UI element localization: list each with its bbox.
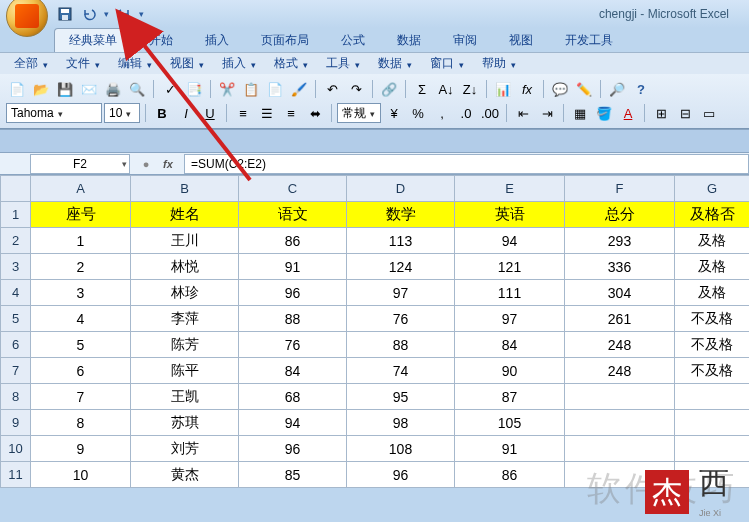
align-center-icon[interactable]: ☰ [256, 102, 278, 124]
ribbon-tab[interactable]: 页面布局 [246, 28, 324, 52]
cell[interactable]: 6 [31, 358, 131, 384]
format-painter-icon[interactable]: 🖌️ [288, 78, 310, 100]
cell[interactable]: 87 [455, 384, 565, 410]
sort-desc-icon[interactable]: Z↓ [459, 78, 481, 100]
font-color-icon[interactable]: A [617, 102, 639, 124]
cell[interactable]: 86 [239, 228, 347, 254]
cancel-formula-icon[interactable]: ● [138, 156, 154, 172]
cell[interactable]: 96 [239, 280, 347, 306]
cell[interactable]: 108 [347, 436, 455, 462]
classic-menu-item[interactable]: 格式 [266, 53, 316, 74]
decrease-decimal-icon[interactable]: .00 [479, 102, 501, 124]
cell[interactable]: 113 [347, 228, 455, 254]
cell[interactable] [675, 436, 750, 462]
row-header[interactable]: 7 [1, 358, 31, 384]
cell[interactable]: 88 [347, 332, 455, 358]
cell[interactable]: 9 [31, 436, 131, 462]
cell[interactable]: 74 [347, 358, 455, 384]
classic-menu-item[interactable]: 工具 [318, 53, 368, 74]
row-header[interactable]: 11 [1, 462, 31, 488]
classic-menu-item[interactable]: 编辑 [110, 53, 160, 74]
cell[interactable]: 94 [239, 410, 347, 436]
cell[interactable]: 97 [455, 306, 565, 332]
select-all-corner[interactable] [1, 176, 31, 202]
save-icon[interactable]: 💾 [54, 78, 76, 100]
cell[interactable]: 121 [455, 254, 565, 280]
cell[interactable]: 数学 [347, 202, 455, 228]
mail-icon[interactable]: ✉️ [78, 78, 100, 100]
cell[interactable]: 语文 [239, 202, 347, 228]
number-format-combo[interactable]: 常规 [337, 103, 381, 123]
column-header[interactable]: A [31, 176, 131, 202]
insert-cells-icon[interactable]: ⊞ [650, 102, 672, 124]
save-icon[interactable] [56, 5, 74, 23]
cell[interactable]: 95 [347, 384, 455, 410]
cell[interactable]: 304 [565, 280, 675, 306]
column-header[interactable]: C [239, 176, 347, 202]
ribbon-tab[interactable]: 经典菜单 [54, 28, 132, 52]
cell[interactable]: 不及格 [675, 306, 750, 332]
cell[interactable]: 3 [31, 280, 131, 306]
font-size-combo[interactable]: 10 [104, 103, 140, 123]
cell[interactable]: 1 [31, 228, 131, 254]
classic-menu-item[interactable]: 视图 [162, 53, 212, 74]
cell[interactable]: 98 [347, 410, 455, 436]
cell[interactable]: 黄杰 [131, 462, 239, 488]
cell[interactable]: 及格 [675, 228, 750, 254]
preview-icon[interactable]: 🔍 [126, 78, 148, 100]
bold-icon[interactable]: B [151, 102, 173, 124]
cell[interactable]: 2 [31, 254, 131, 280]
drawing-icon[interactable]: ✏️ [573, 78, 595, 100]
cell[interactable] [565, 384, 675, 410]
classic-menu-item[interactable]: 帮助 [474, 53, 524, 74]
cell[interactable]: 8 [31, 410, 131, 436]
row-header[interactable]: 8 [1, 384, 31, 410]
cell[interactable]: 座号 [31, 202, 131, 228]
merge-icon[interactable]: ⬌ [304, 102, 326, 124]
column-header[interactable]: D [347, 176, 455, 202]
ribbon-tab[interactable]: 插入 [190, 28, 244, 52]
cell[interactable]: 王川 [131, 228, 239, 254]
column-header[interactable]: B [131, 176, 239, 202]
cell[interactable]: 李萍 [131, 306, 239, 332]
cell[interactable]: 293 [565, 228, 675, 254]
cell[interactable]: 林珍 [131, 280, 239, 306]
sort-asc-icon[interactable]: A↓ [435, 78, 457, 100]
decrease-indent-icon[interactable]: ⇤ [512, 102, 534, 124]
cell[interactable]: 90 [455, 358, 565, 384]
cell[interactable]: 261 [565, 306, 675, 332]
redo2-icon[interactable]: ↷ [345, 78, 367, 100]
ribbon-tab[interactable]: 数据 [382, 28, 436, 52]
ribbon-tab[interactable]: 开发工具 [550, 28, 628, 52]
align-right-icon[interactable]: ≡ [280, 102, 302, 124]
cell[interactable]: 及格否 [675, 202, 750, 228]
cell[interactable]: 91 [239, 254, 347, 280]
undo2-icon[interactable]: ↶ [321, 78, 343, 100]
font-name-combo[interactable]: Tahoma [6, 103, 102, 123]
column-header[interactable]: F [565, 176, 675, 202]
ribbon-tab[interactable]: 审阅 [438, 28, 492, 52]
align-left-icon[interactable]: ≡ [232, 102, 254, 124]
underline-icon[interactable]: U [199, 102, 221, 124]
cell[interactable]: 及格 [675, 254, 750, 280]
cut-icon[interactable]: ✂️ [216, 78, 238, 100]
zoom-icon[interactable]: 🔎 [606, 78, 628, 100]
cell[interactable]: 王凯 [131, 384, 239, 410]
cell[interactable]: 英语 [455, 202, 565, 228]
formula-input[interactable]: =SUM(C2:E2) [184, 154, 749, 174]
cell[interactable] [565, 410, 675, 436]
name-box[interactable]: F2▾ [30, 154, 130, 174]
research-icon[interactable]: 📑 [183, 78, 205, 100]
comma-icon[interactable]: , [431, 102, 453, 124]
row-header[interactable]: 4 [1, 280, 31, 306]
cell[interactable]: 248 [565, 358, 675, 384]
ribbon-tab[interactable]: 公式 [326, 28, 380, 52]
cell[interactable]: 88 [239, 306, 347, 332]
cell[interactable]: 5 [31, 332, 131, 358]
ribbon-tab[interactable]: 视图 [494, 28, 548, 52]
cell[interactable]: 陈平 [131, 358, 239, 384]
cell[interactable]: 97 [347, 280, 455, 306]
ribbon-tab[interactable]: 开始 [134, 28, 188, 52]
chart-icon[interactable]: 📊 [492, 78, 514, 100]
comment-icon[interactable]: 💬 [549, 78, 571, 100]
